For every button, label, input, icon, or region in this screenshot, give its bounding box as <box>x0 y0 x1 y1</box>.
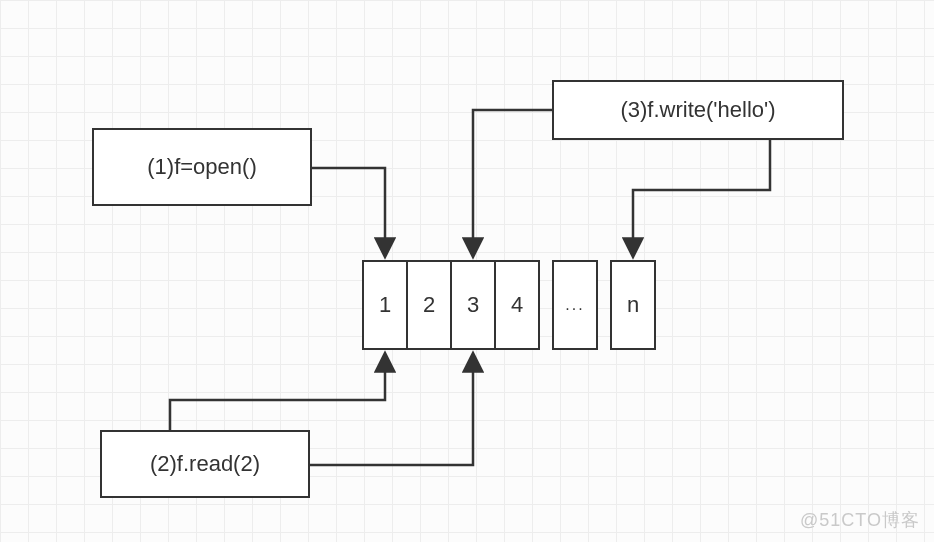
cell-ellipsis: ... <box>552 260 598 350</box>
box-read: (2)f.read(2) <box>100 430 310 498</box>
cell-n-label: n <box>627 292 639 318</box>
box-open: (1)f=open() <box>92 128 312 206</box>
arrow-read-to-cell1 <box>170 354 385 430</box>
cell-3: 3 <box>450 260 496 350</box>
cell-2-label: 2 <box>423 292 435 318</box>
watermark: @51CTO博客 <box>800 508 920 532</box>
arrow-read-to-cell3 <box>310 354 473 465</box>
cell-1: 1 <box>362 260 408 350</box>
cell-n: n <box>610 260 656 350</box>
box-write-label: (3)f.write('hello') <box>620 97 775 123</box>
cell-ellipsis-label: ... <box>565 296 584 314</box>
cell-4: 4 <box>494 260 540 350</box>
cell-4-label: 4 <box>511 292 523 318</box>
cell-2: 2 <box>406 260 452 350</box>
arrow-write-to-celln <box>633 140 770 256</box>
cell-3-label: 3 <box>467 292 479 318</box>
box-open-label: (1)f=open() <box>147 154 256 180</box>
box-read-label: (2)f.read(2) <box>150 451 260 477</box>
cell-1-label: 1 <box>379 292 391 318</box>
arrow-write-to-cell3 <box>473 110 552 256</box>
arrow-open-to-cell1 <box>312 168 385 256</box>
box-write: (3)f.write('hello') <box>552 80 844 140</box>
